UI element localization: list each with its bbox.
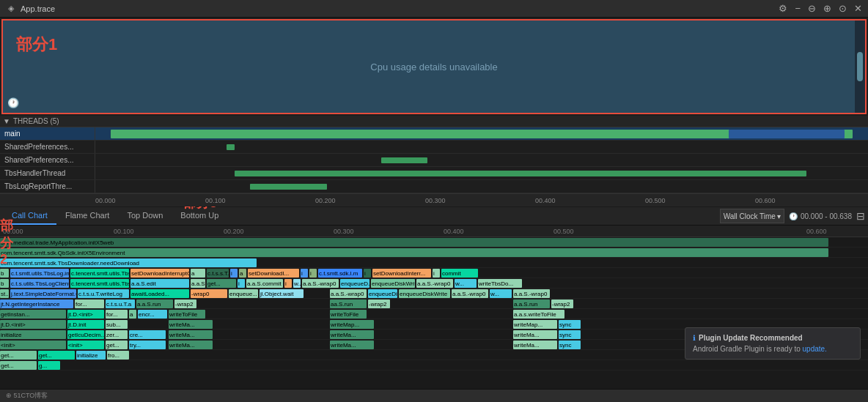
call-block[interactable]: writeMa... (330, 330, 374, 339)
call-block[interactable]: a (129, 310, 136, 319)
call-block[interactable]: for... (106, 310, 128, 319)
plugin-update-link[interactable]: update. (803, 345, 827, 353)
call-block[interactable]: -wrap0 (191, 289, 227, 298)
call-block[interactable]: get... (0, 361, 37, 370)
call-block[interactable]: sync (559, 330, 581, 339)
call-block[interactable]: jl.Object.wait (260, 289, 304, 298)
call-block[interactable]: jt.N.getIntegerInstance (0, 299, 73, 308)
call-block[interactable]: get... (0, 351, 37, 360)
tab-top-down[interactable]: Top Down (118, 207, 172, 225)
thread-row[interactable]: SharedPreferences... (0, 141, 868, 154)
call-block[interactable]: w... (293, 279, 301, 288)
call-block[interactable]: c.t.s.s.T.a (207, 269, 229, 278)
thread-row[interactable]: TbsHandlerThread (0, 167, 868, 180)
call-block[interactable]: i (301, 269, 308, 278)
call-block[interactable]: i (364, 269, 371, 278)
call-block[interactable]: w... (490, 289, 512, 298)
call-block[interactable]: setDownloadI... (248, 269, 299, 278)
call-block[interactable]: writeMap... (330, 320, 374, 329)
call-block[interactable]: c.t.smtt.sdk.l.m (318, 269, 362, 278)
call-block[interactable]: <init> (67, 340, 104, 349)
call-block[interactable]: get... (106, 340, 128, 349)
filter-icon[interactable]: ⊟ (856, 210, 865, 222)
call-block[interactable]: enqueueD... (340, 279, 369, 288)
call-block[interactable]: get... (207, 279, 236, 288)
call-block[interactable]: writeMa... (330, 340, 374, 349)
call-block[interactable]: aa.S.run (330, 299, 367, 308)
call-block[interactable]: enqueue... (229, 289, 258, 298)
call-block[interactable]: writeTbsDo... (478, 279, 522, 288)
threads-collapse-arrow[interactable]: ▼ (3, 117, 10, 125)
call-block[interactable]: c.t.s.utils.TbsLogClient.<init> (10, 279, 69, 288)
zoom-reset-icon[interactable]: ⊙ (839, 3, 847, 14)
call-block[interactable]: jt.D.<init> (67, 310, 104, 319)
call-block[interactable]: a (191, 269, 205, 278)
call-block[interactable]: setDownloadInterruptCode (130, 269, 189, 278)
call-block[interactable]: c.tencent.smtt.utils.TbsLog... (70, 279, 129, 288)
thread-row[interactable]: main (0, 127, 868, 141)
tab-flame-chart[interactable]: Flame Chart (56, 207, 119, 225)
call-block[interactable]: a.a.S.-wrap0 (452, 289, 488, 298)
call-block[interactable]: i (284, 279, 292, 288)
call-block[interactable]: enqueueDiskWrite (399, 289, 450, 298)
call-block[interactable]: writeMap... (513, 320, 557, 329)
call-block[interactable]: i (433, 269, 440, 278)
thread-row[interactable]: SharedPreferences... (0, 154, 868, 167)
call-block[interactable]: writeMa... (513, 330, 557, 339)
call-block[interactable]: initialize (76, 351, 106, 360)
call-block[interactable]: c.t.smtt.utils.TbsLog.initIfNeed (10, 269, 69, 278)
call-block[interactable]: a (239, 269, 246, 278)
call-block[interactable]: com.medical.trade.MyApplication.initX5we… (0, 238, 828, 247)
call-block[interactable]: c.t.s.u.T.a (106, 299, 135, 308)
call-block[interactable]: st... (0, 289, 9, 298)
call-block[interactable]: jt.D.<init> (0, 320, 66, 329)
call-block[interactable]: -wrap2 (551, 299, 573, 308)
call-block[interactable]: g... (38, 361, 60, 370)
call-block[interactable]: i (309, 269, 317, 278)
call-block[interactable]: sync (559, 320, 581, 329)
call-block[interactable]: w... (455, 279, 477, 288)
call-block[interactable]: a.a.s.writeToFile (513, 310, 564, 319)
call-block[interactable]: a.a.S.run (513, 299, 550, 308)
call-block[interactable]: com.tencent.smtt.sdk.QbSdk.initX5Environ… (0, 248, 828, 257)
zoom-in-icon[interactable]: ⊕ (823, 3, 831, 14)
call-block[interactable]: a.a.S.run (136, 299, 173, 308)
call-block[interactable]: writeMa... (513, 340, 557, 349)
call-block[interactable]: getInstan... (0, 310, 66, 319)
call-block[interactable]: sub... (106, 320, 128, 329)
call-block[interactable]: a.a.S.-wrap0 (513, 289, 550, 298)
call-block[interactable]: writeMa... (169, 320, 213, 329)
call-block[interactable]: sync (559, 340, 581, 349)
call-block[interactable]: for... (75, 299, 104, 308)
close-icon[interactable]: ✕ (854, 3, 862, 14)
call-block[interactable]: writeToFile (330, 310, 367, 319)
minimize-icon[interactable]: − (795, 3, 801, 14)
zoom-out-icon[interactable]: ⊖ (808, 3, 816, 14)
call-block[interactable]: a.a.S.commit (246, 279, 283, 288)
call-block[interactable]: writeToFile (169, 310, 205, 319)
call-block[interactable]: encr... (138, 310, 167, 319)
call-block[interactable]: commit (441, 269, 478, 278)
call-block[interactable]: a.a.S.-wrap0 (302, 279, 339, 288)
call-block[interactable]: -wrap2 (174, 299, 196, 308)
call-block[interactable]: zer... (106, 330, 128, 339)
call-block[interactable]: try... (129, 340, 166, 349)
call-block[interactable]: setDownloadInterr... (372, 269, 431, 278)
wall-clock-time-select[interactable]: Wall Clock Time ▾ (720, 209, 784, 223)
call-block[interactable]: writeMa... (169, 330, 213, 339)
call-block[interactable]: initialize (0, 330, 66, 339)
call-block[interactable]: a.a.S.-wrap0 (330, 289, 367, 298)
call-block[interactable]: a.a.S.-wrap0 (416, 279, 453, 288)
call-block[interactable]: <init> (0, 340, 66, 349)
call-block[interactable]: cre... (129, 330, 166, 339)
call-block[interactable]: -wrap2 (368, 299, 390, 308)
call-block[interactable]: i (230, 269, 238, 278)
call-block[interactable]: enqueueDis... (368, 289, 397, 298)
call-block[interactable]: b (0, 279, 9, 288)
call-block[interactable]: a.a.S.commit (191, 279, 205, 288)
call-block[interactable]: fro... (107, 351, 129, 360)
call-block[interactable]: enqueueDiskWrite (371, 279, 415, 288)
call-block[interactable]: i (238, 279, 245, 288)
call-block[interactable]: a.a.S.edit (130, 279, 189, 288)
call-block[interactable]: awaitLoaded... (130, 289, 189, 298)
